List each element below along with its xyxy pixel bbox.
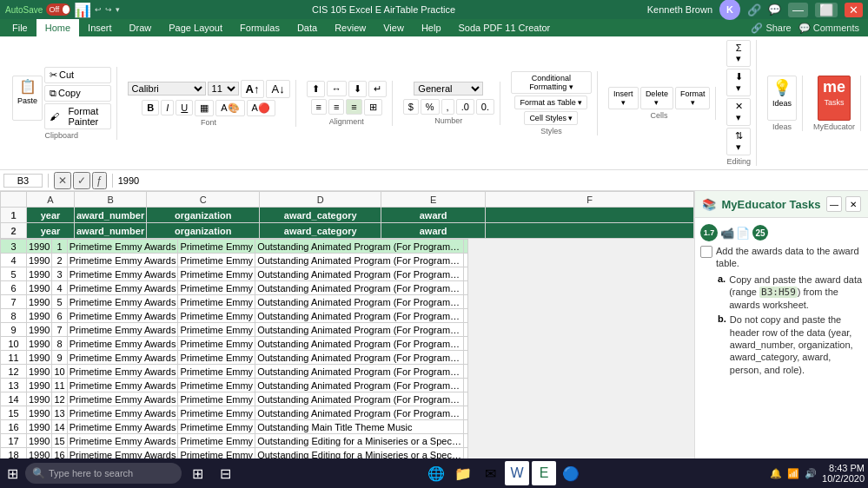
- excel-icon[interactable]: E: [532, 461, 556, 485]
- cell-5-4[interactable]: Outstanding Animated Program (For Progra…: [255, 267, 464, 281]
- paste-button[interactable]: 📋 Paste: [12, 76, 43, 121]
- cell-14-0[interactable]: 1990: [27, 392, 52, 406]
- cell-4-5[interactable]: [464, 254, 468, 267]
- cell-12-3[interactable]: Primetime Emmy: [178, 365, 255, 379]
- cell-9-3[interactable]: Primetime Emmy: [178, 323, 255, 337]
- cell-4-2[interactable]: Primetime Emmy Awards: [67, 254, 178, 267]
- cell-16-1[interactable]: 14: [52, 420, 67, 434]
- underline-button[interactable]: U: [176, 100, 193, 115]
- tab-page-layout[interactable]: Page Layout: [160, 19, 231, 36]
- cell-9-1[interactable]: 7: [52, 323, 67, 337]
- cell-3-1[interactable]: 1: [52, 240, 67, 254]
- ideas-button[interactable]: 💡 Ideas: [767, 76, 797, 121]
- cell-4-3[interactable]: Primetime Emmy: [178, 254, 255, 267]
- cell-6-0[interactable]: 1990: [27, 281, 52, 295]
- share-icon[interactable]: 🔗: [747, 3, 761, 16]
- cell-8-4[interactable]: Outstanding Animated Program (For Progra…: [255, 309, 464, 323]
- font-family-select[interactable]: Calibri: [128, 82, 206, 96]
- user-avatar[interactable]: K: [719, 0, 740, 20]
- panel-close-btn[interactable]: ✕: [845, 196, 861, 212]
- network-icon[interactable]: 📶: [787, 468, 799, 479]
- cell-11-5[interactable]: [464, 351, 468, 365]
- align-bottom-button[interactable]: ⬇: [348, 81, 367, 97]
- comments-btn[interactable]: 💬: [768, 3, 781, 16]
- cell-7-4[interactable]: Outstanding Animated Program (For Progra…: [255, 295, 464, 309]
- italic-button[interactable]: I: [161, 100, 174, 115]
- cell-12-1[interactable]: 10: [52, 365, 67, 379]
- cell-11-4[interactable]: Outstanding Animated Program (For Progra…: [255, 351, 464, 365]
- cell-17-0[interactable]: 1990: [27, 434, 52, 448]
- sheet-table-wrapper[interactable]: A B C D E F 1 year award_number organiza…: [0, 191, 694, 488]
- cell-10-1[interactable]: 8: [52, 337, 67, 351]
- redo-icon[interactable]: ↪: [105, 5, 112, 14]
- cell-7-5[interactable]: [464, 295, 468, 309]
- tab-review[interactable]: Review: [326, 19, 374, 36]
- cell-15-3[interactable]: Primetime Emmy: [178, 406, 255, 420]
- chrome-icon[interactable]: 🔵: [559, 461, 583, 485]
- cell-13-3[interactable]: Primetime Emmy: [178, 379, 255, 392]
- tab-insert[interactable]: Insert: [79, 19, 121, 36]
- cell-styles-button[interactable]: Cell Styles ▾: [524, 111, 578, 125]
- cell-13-5[interactable]: [464, 379, 468, 392]
- cell-6-1[interactable]: 4: [52, 281, 67, 295]
- percent-button[interactable]: %: [421, 99, 440, 115]
- cell-5-0[interactable]: 1990: [27, 267, 52, 281]
- cell-6-2[interactable]: Primetime Emmy Awards: [67, 281, 178, 295]
- cell-9-4[interactable]: Outstanding Animated Program (For Progra…: [255, 323, 464, 337]
- panel-minimize-btn[interactable]: —: [826, 196, 842, 212]
- cell-13-1[interactable]: 11: [52, 379, 67, 392]
- cell-6-5[interactable]: [464, 281, 468, 295]
- formula-insert-fn-btn[interactable]: ƒ: [92, 172, 107, 189]
- tab-data[interactable]: Data: [288, 19, 326, 36]
- cell-4-4[interactable]: Outstanding Animated Program (For Progra…: [255, 254, 464, 267]
- cell-9-2[interactable]: Primetime Emmy Awards: [67, 323, 178, 337]
- cell-16-5[interactable]: [464, 420, 468, 434]
- cell-17-2[interactable]: Primetime Emmy Awards: [67, 434, 178, 448]
- formula-accept-btn[interactable]: ✓: [73, 172, 90, 189]
- merge-button[interactable]: ⊞: [364, 99, 382, 115]
- font-grow-button[interactable]: A↑: [241, 80, 265, 98]
- minimize-btn[interactable]: —: [788, 3, 808, 17]
- cell-17-1[interactable]: 15: [52, 434, 67, 448]
- wrap-text-button[interactable]: ↵: [368, 81, 387, 97]
- maximize-btn[interactable]: ⬜: [815, 3, 838, 17]
- cell-16-3[interactable]: Primetime Emmy: [178, 420, 255, 434]
- cell-10-3[interactable]: Primetime Emmy: [178, 337, 255, 351]
- cell-14-5[interactable]: [464, 392, 468, 406]
- cell-7-2[interactable]: Primetime Emmy Awards: [67, 295, 178, 309]
- cell-5-1[interactable]: 3: [52, 267, 67, 281]
- cell-7-0[interactable]: 1990: [27, 295, 52, 309]
- cell-8-3[interactable]: Primetime Emmy: [178, 309, 255, 323]
- cell-15-1[interactable]: 13: [52, 406, 67, 420]
- widgets-btn[interactable]: ⊟: [213, 461, 237, 485]
- taskbar-search[interactable]: 🔍: [25, 463, 182, 484]
- volume-icon[interactable]: 🔊: [805, 468, 817, 479]
- format-as-table-button[interactable]: Format as Table ▾: [514, 96, 587, 109]
- cell-14-2[interactable]: Primetime Emmy Awards: [67, 392, 178, 406]
- cell-12-0[interactable]: 1990: [27, 365, 52, 379]
- cell-15-4[interactable]: Outstanding Animated Program (For Progra…: [255, 406, 464, 420]
- cell-16-2[interactable]: Primetime Emmy Awards: [67, 420, 178, 434]
- cell-17-5[interactable]: [464, 434, 468, 448]
- close-btn[interactable]: ✕: [845, 3, 863, 17]
- cell-14-4[interactable]: Outstanding Animated Program (For Progra…: [255, 392, 464, 406]
- cell-6-3[interactable]: Primetime Emmy: [178, 281, 255, 295]
- font-color-button[interactable]: A🔴: [247, 100, 275, 116]
- explorer-icon[interactable]: 📁: [451, 461, 475, 485]
- delete-button[interactable]: Delete ▾: [640, 87, 673, 109]
- col-header-E[interactable]: E: [381, 192, 486, 208]
- cell-5-3[interactable]: Primetime Emmy: [178, 267, 255, 281]
- number-format-select[interactable]: General: [414, 82, 483, 96]
- tab-draw[interactable]: Draw: [121, 19, 161, 36]
- cell-16-0[interactable]: 1990: [27, 420, 52, 434]
- cell-8-0[interactable]: 1990: [27, 309, 52, 323]
- task-view-btn[interactable]: ⊞: [185, 461, 209, 485]
- comments-ribbon-btn[interactable]: 💬 Comments: [798, 23, 859, 34]
- col-header-A[interactable]: A: [26, 192, 74, 208]
- fill-button[interactable]: ⬇ ▾: [726, 69, 751, 96]
- cell-9-0[interactable]: 1990: [27, 323, 52, 337]
- cell-11-1[interactable]: 9: [52, 351, 67, 365]
- cell-3-3[interactable]: Primetime Emmy: [178, 240, 255, 254]
- align-right-button[interactable]: ≡: [346, 99, 361, 115]
- clear-button[interactable]: ✕ ▾: [726, 98, 751, 126]
